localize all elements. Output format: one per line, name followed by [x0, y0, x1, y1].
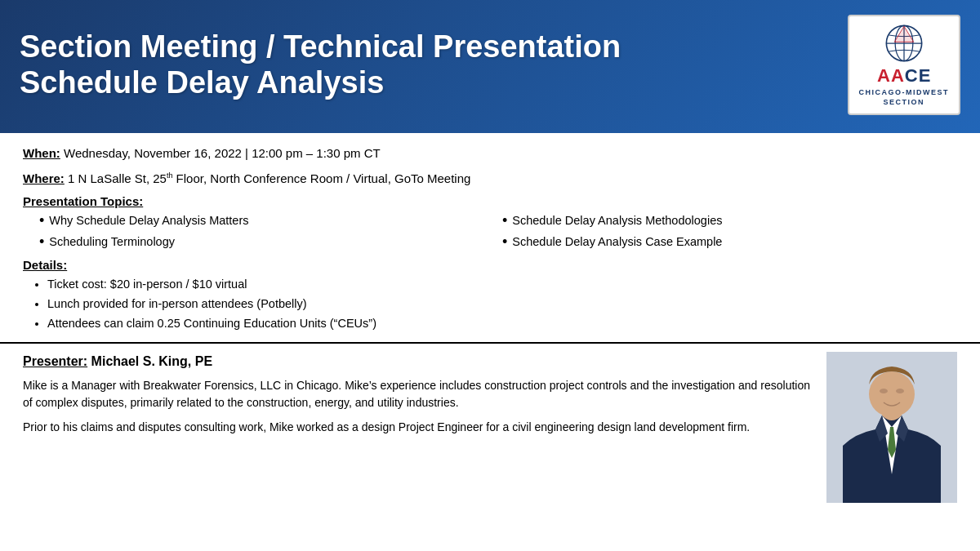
topics-grid: • Why Schedule Delay Analysis Matters • …	[23, 211, 957, 251]
topic-item-1: • Why Schedule Delay Analysis Matters	[39, 211, 494, 230]
globe-icon	[884, 23, 924, 64]
when-value: Wednesday, November 16, 2022 | 12:00 pm …	[64, 146, 381, 160]
aace-letter-a1: A	[877, 65, 890, 87]
when-label: When:	[23, 146, 60, 160]
svg-point-8	[880, 389, 888, 393]
presenter-name-value: Michael S. King, PE	[91, 354, 212, 368]
details-label: Details:	[23, 258, 957, 272]
presenter-photo-svg	[826, 352, 957, 503]
topic-item-4: • Schedule Delay Analysis Case Example	[502, 233, 957, 251]
aace-letters: A A C E	[877, 65, 930, 87]
aace-letter-e: E	[919, 65, 931, 87]
topic-item-2: • Scheduling Terminology	[39, 233, 494, 251]
aace-letter-a2: A	[891, 65, 904, 87]
svg-marker-4	[894, 26, 913, 42]
bullet-icon-2: •	[39, 233, 44, 251]
topic-text-3: Schedule Delay Analysis Methodologies	[512, 211, 722, 230]
bullet-icon-4: •	[502, 233, 507, 251]
header-title-line1: Section Meeting / Technical Presentation	[20, 29, 848, 65]
aace-letter-c: C	[905, 65, 918, 87]
bio-paragraph-2: Prior to his claims and disputes consult…	[23, 419, 810, 437]
logo-subtitle: CHICAGO-MIDWEST SECTION	[859, 88, 950, 107]
details-section: Details: Ticket cost: $20 in-person / $1…	[23, 258, 957, 334]
presenter-photo	[826, 352, 957, 503]
presentation-topics-section: Presentation Topics: • Why Schedule Dela…	[23, 194, 957, 251]
presenter-name-line: Presenter: Michael S. King, PE	[23, 352, 810, 372]
header-title-line2: Schedule Delay Analysis	[20, 65, 848, 101]
topic-item-3: • Schedule Delay Analysis Methodologies	[502, 211, 957, 230]
bullet-icon-1: •	[39, 211, 44, 230]
svg-point-6	[869, 371, 915, 417]
header-text-block: Section Meeting / Technical Presentation…	[20, 29, 848, 100]
bio-paragraph-1: Mike is a Manager with Breakwater Forens…	[23, 377, 810, 412]
topic-text-4: Schedule Delay Analysis Case Example	[512, 233, 722, 251]
detail-item-3: Attendees can claim 0.25 Continuing Educ…	[47, 314, 957, 334]
bullet-icon-3: •	[502, 211, 507, 230]
header-section: Section Meeting / Technical Presentation…	[0, 0, 980, 133]
svg-point-9	[896, 389, 904, 393]
details-list: Ticket cost: $20 in-person / $10 virtual…	[23, 275, 957, 334]
topic-text-2: Scheduling Terminology	[49, 233, 175, 251]
detail-item-2: Lunch provided for in-person attendees (…	[47, 295, 957, 314]
presenter-text-block: Presenter: Michael S. King, PE Mike is a…	[23, 352, 810, 443]
aace-logo: A A C E CHICAGO-MIDWEST SECTION	[848, 15, 961, 115]
presenter-section: Presenter: Michael S. King, PE Mike is a…	[0, 342, 980, 503]
topic-text-1: Why Schedule Delay Analysis Matters	[49, 211, 248, 230]
where-value-pre: 1 N LaSalle St, 25th Floor, North Confer…	[68, 171, 470, 185]
where-label: Where:	[23, 171, 65, 185]
where-line: Where: 1 N LaSalle St, 25th Floor, North…	[23, 170, 957, 189]
where-sup: th	[167, 171, 173, 180]
topics-label: Presentation Topics:	[23, 194, 957, 208]
when-line: When: Wednesday, November 16, 2022 | 12:…	[23, 144, 957, 163]
presenter-label: Presenter:	[23, 354, 87, 368]
detail-item-1: Ticket cost: $20 in-person / $10 virtual	[47, 275, 957, 295]
main-content: When: Wednesday, November 16, 2022 | 12:…	[0, 133, 980, 334]
